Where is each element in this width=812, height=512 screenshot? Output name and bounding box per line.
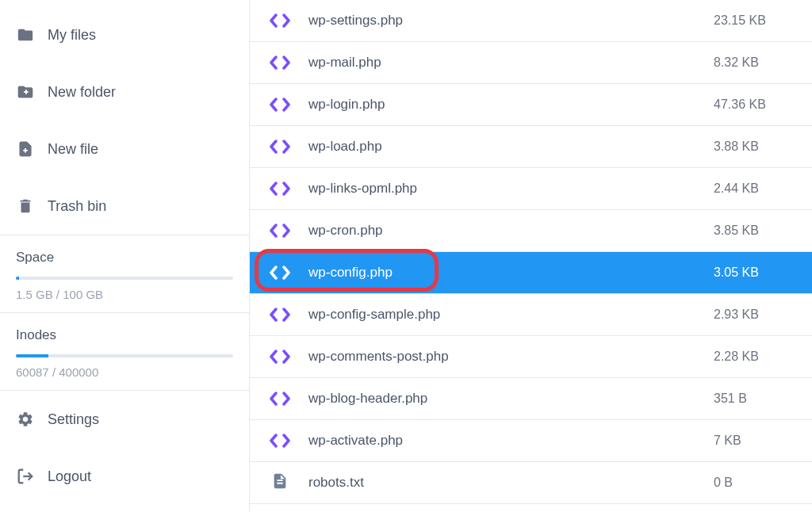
- file-type-icon: [269, 472, 291, 494]
- file-type-icon: [269, 388, 291, 410]
- file-row[interactable]: wp-mail.php8.32 KB: [250, 42, 812, 84]
- file-type-icon: [269, 94, 291, 116]
- code-icon: [270, 265, 290, 281]
- svg-rect-3: [25, 148, 26, 153]
- space-progress-bar: [16, 277, 233, 280]
- file-type-icon: [269, 136, 291, 158]
- code-icon: [270, 307, 290, 323]
- file-name: wp-cron.php: [308, 223, 714, 239]
- file-name: wp-config-sample.php: [308, 307, 714, 323]
- file-size: 3.85 KB: [714, 224, 793, 238]
- svg-rect-1: [25, 90, 27, 94]
- file-name: robots.txt: [308, 475, 714, 491]
- file-size: 351 B: [714, 392, 793, 406]
- code-icon: [270, 55, 290, 71]
- space-stats: Space 1.5 GB / 100 GB: [0, 235, 249, 312]
- file-size: 0 B: [714, 476, 793, 490]
- file-size: 2.93 KB: [714, 308, 793, 322]
- file-type-icon: [269, 10, 291, 32]
- file-type-icon: [269, 220, 291, 242]
- nav-label: Logout: [48, 468, 91, 485]
- file-size: 23.15 KB: [714, 13, 793, 28]
- folder-plus-icon: [16, 82, 35, 101]
- file-row[interactable]: wp-config.php3.05 KB: [250, 252, 812, 294]
- trash-icon: [16, 197, 35, 216]
- file-icon: [271, 471, 289, 495]
- file-type-icon: [269, 430, 291, 452]
- sidebar-item-my-files[interactable]: My files: [0, 6, 249, 63]
- file-row[interactable]: wp-comments-post.php2.28 KB: [250, 336, 812, 378]
- sidebar-item-logout[interactable]: Logout: [0, 448, 249, 505]
- code-icon: [270, 391, 290, 407]
- code-icon: [270, 13, 290, 29]
- file-size: 47.36 KB: [714, 97, 793, 112]
- file-size: 2.44 KB: [714, 181, 793, 196]
- sidebar-item-new-file[interactable]: New file: [0, 120, 249, 178]
- space-label: Space: [16, 250, 233, 266]
- file-size: 2.28 KB: [714, 350, 793, 364]
- file-row[interactable]: robots.txt0 B: [250, 462, 812, 504]
- inodes-label: Inodes: [16, 327, 233, 343]
- file-name: wp-mail.php: [308, 55, 714, 71]
- file-name: wp-config.php: [308, 265, 714, 281]
- file-row[interactable]: wp-config-sample.php2.93 KB: [250, 294, 812, 336]
- file-row[interactable]: wp-blog-header.php351 B: [250, 378, 812, 420]
- sidebar-item-trash-bin[interactable]: Trash bin: [0, 178, 249, 235]
- file-plus-icon: [16, 139, 35, 159]
- file-type-icon: [269, 52, 291, 74]
- file-type-icon: [269, 178, 291, 200]
- space-value: 1.5 GB / 100 GB: [16, 288, 233, 301]
- file-row[interactable]: wp-cron.php3.85 KB: [250, 210, 812, 252]
- file-name: wp-links-opml.php: [308, 181, 714, 197]
- inodes-value: 60087 / 400000: [16, 365, 233, 379]
- file-name: wp-blog-header.php: [308, 391, 714, 407]
- file-name: wp-activate.php: [308, 433, 714, 449]
- file-name: wp-settings.php: [308, 13, 714, 29]
- file-row[interactable]: readme.html7.23 KB: [250, 504, 812, 512]
- file-row[interactable]: wp-links-opml.php2.44 KB: [250, 168, 812, 210]
- inodes-stats: Inodes 60087 / 400000: [0, 312, 249, 390]
- code-icon: [270, 223, 290, 239]
- nav-label: New folder: [48, 84, 116, 101]
- file-row[interactable]: wp-activate.php7 KB: [250, 420, 812, 462]
- code-icon: [270, 97, 290, 113]
- inodes-progress-fill: [16, 354, 48, 357]
- file-row[interactable]: wp-load.php3.88 KB: [250, 126, 812, 168]
- file-row[interactable]: wp-settings.php23.15 KB: [250, 0, 812, 42]
- gear-icon: [16, 410, 35, 429]
- file-name: wp-comments-post.php: [308, 349, 714, 365]
- sidebar: My files New folder New file Trash bin S…: [0, 0, 250, 512]
- nav-label: New file: [48, 141, 98, 158]
- file-type-icon: [269, 346, 291, 368]
- space-progress-fill: [16, 277, 19, 280]
- logout-icon: [16, 467, 35, 486]
- folder-icon: [16, 25, 35, 44]
- nav-label: Settings: [48, 411, 99, 428]
- file-row[interactable]: wp-login.php47.36 KB: [250, 84, 812, 126]
- file-name: wp-load.php: [308, 139, 714, 155]
- nav-label: My files: [48, 27, 96, 44]
- file-size: 3.05 KB: [714, 266, 793, 280]
- sidebar-item-settings[interactable]: Settings: [0, 391, 249, 448]
- code-icon: [270, 349, 290, 365]
- file-size: 8.32 KB: [714, 55, 793, 70]
- code-icon: [270, 139, 290, 155]
- file-size: 3.88 KB: [714, 139, 793, 154]
- nav-label: Trash bin: [48, 198, 106, 215]
- sidebar-item-new-folder[interactable]: New folder: [0, 63, 249, 120]
- code-icon: [270, 433, 290, 449]
- code-icon: [270, 181, 290, 197]
- file-type-icon: [269, 304, 291, 326]
- bottom-nav: Settings Logout: [0, 390, 249, 505]
- file-size: 7 KB: [714, 434, 793, 448]
- inodes-progress-bar: [16, 354, 233, 357]
- file-list: wp-settings.php23.15 KBwp-mail.php8.32 K…: [250, 0, 812, 512]
- file-type-icon: [269, 262, 291, 284]
- file-name: wp-login.php: [308, 97, 714, 113]
